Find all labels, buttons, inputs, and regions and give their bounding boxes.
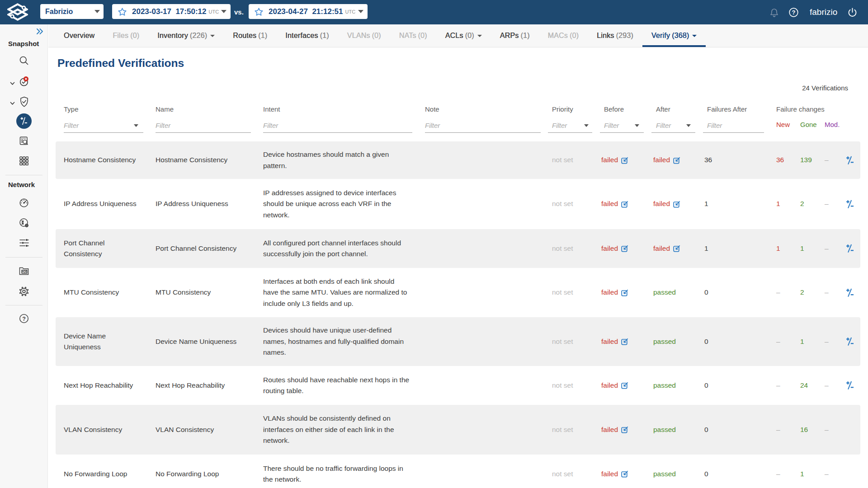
svg-text:?: ? [22,316,26,322]
svg-text:NQE: NQE [22,270,27,273]
svg-text:?: ? [792,9,796,16]
